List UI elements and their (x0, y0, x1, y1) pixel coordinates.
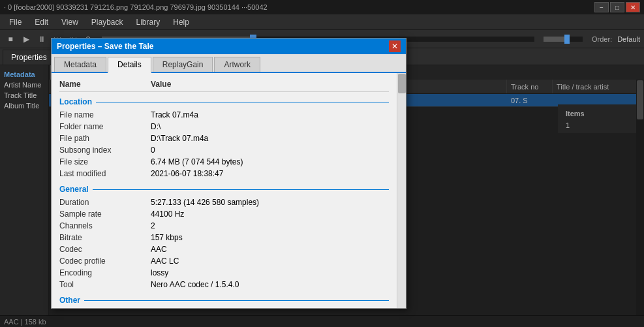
col-header-trackno[interactable]: Track no (507, 80, 553, 93)
prop-filesize: File size 6.74 MB (7 074 544 bytes) (59, 156, 389, 168)
dialog-scrollbar[interactable] (397, 73, 406, 308)
left-item-artist-name[interactable]: Artist Name (0, 80, 48, 90)
order-value: Default (617, 35, 640, 43)
prop-filesize-label: File size (59, 157, 151, 166)
prop-bitrate: Bitrate 157 kbps (59, 232, 389, 243)
stop-button[interactable]: ■ (4, 33, 17, 46)
col-header-titleartist[interactable]: Title / track artist (553, 80, 644, 93)
prop-codec-label: Codec (59, 245, 151, 254)
section-other: Other (59, 296, 389, 305)
properties-dialog[interactable]: Properties – Save the Tale ✕ Metadata De… (51, 38, 406, 309)
menu-file[interactable]: File (3, 16, 28, 28)
prop-codec-profile-value: AAC LC (151, 257, 389, 266)
dialog-close-button[interactable]: ✕ (389, 40, 401, 52)
prop-filepath-label: File path (59, 134, 151, 143)
metadata-header: Metadata (0, 68, 48, 80)
left-item-album-title[interactable]: Album Title (0, 101, 48, 111)
menu-library[interactable]: Library (130, 16, 167, 28)
col-name-header: Name (59, 80, 151, 89)
items-panel: Items 1 (558, 104, 636, 133)
prop-foldername: Folder name D:\ (59, 121, 389, 132)
dialog-tab-details[interactable]: Details (108, 57, 151, 73)
menu-view[interactable]: View (55, 16, 85, 28)
volume-fill (544, 37, 567, 42)
prop-encoding-label: Encoding (59, 268, 151, 277)
volume-thumb (564, 35, 570, 44)
dialog-title-bar: Properties – Save the Tale ✕ (52, 39, 406, 54)
prop-codec: Codec AAC (59, 243, 389, 255)
prop-samplerate: Sample rate 44100 Hz (59, 208, 389, 220)
dialog-tabs: Metadata Details ReplayGain Artwork (52, 54, 406, 73)
prop-filename: File name Track 07.m4a (59, 109, 389, 121)
status-text: AAC | 158 kb (4, 318, 46, 326)
prop-duration: Duration 5:27.133 (14 426 580 samples) (59, 196, 389, 208)
prop-tool-label: Tool (59, 280, 151, 289)
dialog-tab-artwork[interactable]: Artwork (214, 57, 260, 72)
prop-duration-label: Duration (59, 198, 151, 207)
left-item-track-title[interactable]: Track Title (0, 90, 48, 101)
order-label: Order: (592, 35, 612, 43)
menu-help[interactable]: Help (166, 16, 196, 28)
scrollbar-thumb (637, 80, 643, 119)
title-bar-text: · 0 [foobar2000] 90339231 791216.png 791… (4, 3, 594, 11)
prop-channels-value: 2 (151, 221, 389, 230)
prop-lastmodified-value: 2021-06-07 18:38:47 (151, 169, 389, 178)
col-value-header: Value (151, 80, 389, 89)
play-button[interactable]: ▶ (20, 33, 33, 46)
items-count: 1 (560, 120, 634, 131)
left-panel: Metadata Artist Name Track Title Album T… (0, 65, 49, 327)
prop-channels-label: Channels (59, 221, 151, 230)
prop-foldername-value: D:\ (151, 122, 389, 131)
vertical-scrollbar[interactable] (636, 80, 644, 327)
prop-codec-profile-label: Codec profile (59, 257, 151, 266)
prop-encoding: Encoding lossy (59, 267, 389, 279)
tab-properties[interactable]: Properties (3, 50, 55, 65)
prop-codec-value: AAC (151, 245, 389, 254)
prop-lastmodified-label: Last modified (59, 169, 151, 178)
dialog-body: Name Value Location File name Track 07.m… (52, 73, 397, 308)
section-location: Location (59, 97, 389, 106)
prop-samplerate-value: 44100 Hz (151, 210, 389, 219)
prop-duration-value: 5:27.133 (14 426 580 samples) (151, 198, 389, 207)
menu-edit[interactable]: Edit (28, 16, 55, 28)
prop-channels: Channels 2 (59, 220, 389, 232)
prop-tool-value: Nero AAC codec / 1.5.4.0 (151, 280, 389, 289)
close-button[interactable]: ✕ (626, 2, 640, 12)
prop-samplerate-label: Sample rate (59, 210, 151, 219)
items-label: Items (560, 107, 634, 120)
dialog-col-headers: Name Value (59, 78, 389, 92)
menu-bar: File Edit View Playback Library Help (0, 14, 644, 30)
dialog-tab-metadata[interactable]: Metadata (54, 57, 106, 72)
dialog-body-wrapper: Name Value Location File name Track 07.m… (52, 73, 406, 308)
prop-filename-value: Track 07.m4a (151, 110, 389, 119)
title-bar: · 0 [foobar2000] 90339231 791216.png 791… (0, 0, 644, 14)
prop-filepath-value: D:\Track 07.m4a (151, 134, 389, 143)
prop-bitrate-value: 157 kbps (151, 233, 389, 242)
prop-subsong-label: Subsong index (59, 146, 151, 155)
prop-subsong: Subsong index 0 (59, 144, 389, 156)
prop-subsong-value: 0 (151, 146, 389, 155)
status-bar: AAC | 158 kb (0, 315, 644, 327)
menu-playback[interactable]: Playback (85, 16, 130, 28)
title-bar-controls: − □ ✕ (594, 2, 640, 12)
volume-slider[interactable] (544, 37, 583, 42)
section-general: General (59, 185, 389, 194)
prop-codec-profile: Codec profile AAC LC (59, 255, 389, 267)
prop-encoding-value: lossy (151, 268, 389, 277)
dialog-scrollbar-thumb (398, 74, 406, 93)
prop-filesize-value: 6.74 MB (7 074 544 bytes) (151, 157, 389, 166)
prop-filename-label: File name (59, 110, 151, 119)
maximize-button[interactable]: □ (610, 2, 624, 12)
prop-lastmodified: Last modified 2021-06-07 18:38:47 (59, 168, 389, 179)
prop-tool: Tool Nero AAC codec / 1.5.4.0 (59, 279, 389, 290)
dialog-tab-replaygain[interactable]: ReplayGain (153, 57, 213, 72)
td-trackno: 07. S (507, 97, 553, 104)
prop-filepath: File path D:\Track 07.m4a (59, 132, 389, 144)
pause-button[interactable]: ⏸ (35, 33, 48, 46)
dialog-title: Properties – Save the Tale (57, 42, 389, 51)
prop-foldername-label: Folder name (59, 122, 151, 131)
prop-bitrate-label: Bitrate (59, 233, 151, 242)
minimize-button[interactable]: − (594, 2, 609, 12)
